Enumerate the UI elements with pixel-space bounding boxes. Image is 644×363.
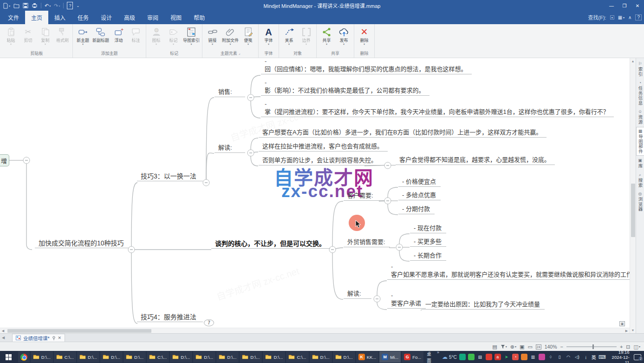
mindmanager-app-button[interactable]: MMi...: [379, 351, 401, 363]
help-icon[interactable]: ?: [67, 2, 73, 9]
zoom-slider[interactable]: [566, 346, 617, 347]
topic-ying[interactable]: -影（影响）：不过我们价格确实是最低了，公司都有要求的。: [261, 79, 429, 96]
weather-widget[interactable]: ☁5°C: [442, 354, 457, 360]
pointer-tray-icon[interactable]: ➤: [503, 354, 510, 360]
topic-installment[interactable]: - 分期付款: [398, 205, 435, 214]
flame-tray-icon[interactable]: [521, 354, 527, 360]
restore-button[interactable]: ❐: [618, 0, 631, 11]
topic-sales-need[interactable]: 外贸销售需要:: [344, 238, 390, 247]
zoom-value[interactable]: 140%: [545, 344, 557, 350]
ribbon-tab-审阅[interactable]: 审阅: [141, 11, 164, 24]
topic-discount[interactable]: - 多给点优惠: [398, 191, 441, 200]
folder-window-button-4[interactable]: D:\...: [100, 351, 123, 363]
canvas-fit-button[interactable]: ▣: [619, 321, 625, 326]
pane-tab-索引[interactable]: ⚐索引: [636, 60, 644, 78]
new-document-icon[interactable]: ▾: [3, 2, 10, 9]
map-canvas[interactable]: 自学成才网 zx-cc.net 自学成才网 zx-cc.net 自学成才网 zx…: [0, 58, 630, 328]
topic-tech3[interactable]: 技巧3：以一换一法: [137, 172, 203, 181]
topic-customer-need[interactable]: 客户需要:: [344, 191, 384, 201]
map-properties-icon[interactable]: ▤: [492, 344, 497, 350]
fit-topic-icon[interactable]: ▣: [520, 344, 524, 350]
fit-map-icon[interactable]: ⊡: [626, 344, 630, 350]
save-icon[interactable]: [23, 2, 28, 9]
topic-sales[interactable]: 销售:: [215, 88, 245, 97]
pane-tab-浏览器[interactable]: ◎浏览器: [636, 190, 644, 213]
topic-give-reason[interactable]: 一定要给出原因：比如我为了今天冲业绩量: [422, 300, 545, 310]
scroll-down-icon[interactable]: ▼: [630, 327, 636, 333]
network-tray-icon[interactable]: ◠: [565, 354, 572, 360]
volume-tray-icon[interactable]: ◁): [574, 354, 580, 360]
vertical-scroll-thumb[interactable]: [631, 184, 635, 237]
zoom-slider-thumb[interactable]: [592, 344, 594, 349]
filter-icon[interactable]: ▾: [501, 344, 507, 350]
pie-tray-icon[interactable]: ◔: [512, 354, 519, 360]
media-tray-icon[interactable]: [539, 354, 545, 360]
folder-window-button-10[interactable]: D:\...: [240, 351, 262, 363]
fit-page-icon[interactable]: ▭: [527, 344, 532, 350]
horizontal-scroll-thumb[interactable]: [7, 329, 151, 333]
topic-jiedu-2[interactable]: 解读:: [344, 290, 371, 299]
action-center-icon[interactable]: 2: [634, 354, 641, 360]
overflow-chevron-icon[interactable]: »: [437, 350, 439, 354]
topic-main[interactable]: 加快成交简化流程的10种技巧: [35, 239, 129, 248]
link-button[interactable]: 链接▾: [204, 25, 221, 49]
folder-window-button-6[interactable]: C:\...: [147, 351, 169, 363]
customize-quick-access-icon[interactable]: ⌄: [76, 2, 79, 9]
map-index-panel-icon[interactable]: ▦▾: [618, 15, 624, 20]
clock[interactable]: 19:162024-12-11: [608, 350, 630, 363]
print-icon[interactable]: [32, 2, 38, 9]
close-button[interactable]: ✕: [631, 0, 644, 11]
ribbon-tab-设计[interactable]: 设计: [95, 11, 118, 24]
folder-window-button-13[interactable]: D:\...: [310, 351, 332, 363]
scroll-up-icon[interactable]: ▲: [630, 58, 636, 64]
notes-button[interactable]: 便笺▾: [240, 25, 257, 49]
share-button[interactable]: 共享▾: [318, 25, 335, 49]
wechat-tray-icon[interactable]: [468, 354, 475, 360]
ribbon-tab-高级[interactable]: 高级: [118, 11, 141, 24]
folder-window-button-2[interactable]: C:\...: [54, 351, 76, 363]
microphone-tray-icon[interactable]: ¡: [583, 354, 589, 360]
topic-hui[interactable]: -回（回应情绪）：嗯嗯，我能理解你们想买的优惠点的想法，是我也这样想。: [261, 58, 472, 74]
kk-app-button[interactable]: KKK...: [356, 351, 379, 363]
open-icon[interactable]: [13, 2, 20, 9]
folder-window-button-5[interactable]: D:\...: [124, 351, 146, 363]
topic-juede[interactable]: 客户会觉得都不知道是底，越要求，心里越发慌，没底。: [396, 156, 555, 165]
chrome-app-button[interactable]: [18, 351, 30, 363]
pane-tab-任务信息[interactable]: ◔任务信息: [636, 79, 644, 107]
pane-tab-库[interactable]: ▣库: [636, 157, 644, 170]
pane-tab-搜索[interactable]: ⌕搜索: [636, 171, 644, 189]
clipboard-tray-icon[interactable]: ▤: [477, 354, 483, 360]
ribbon-tab-视图[interactable]: 视图: [164, 11, 188, 24]
topic-core[interactable]: 谈判的核心，不让步，但是可以交换。: [211, 239, 330, 249]
topic-zhang[interactable]: -掌（提问推进流程）：要不这样，你今天下单付款，我今天冲业绩量，向老板申请额外赠…: [261, 100, 614, 117]
collapse-ribbon-icon[interactable]: ∧: [628, 15, 631, 20]
select-icon[interactable]: ⊕▾: [510, 344, 516, 350]
pane-tab-导图部件[interactable]: ▦导图部件: [636, 127, 644, 156]
new-subtopic-button[interactable]: 新副标题: [91, 25, 110, 49]
ribbon-tab-主页[interactable]: 主页: [25, 11, 48, 24]
folder-window-button-1[interactable]: D:\...: [31, 351, 53, 363]
topic-tech4[interactable]: 技巧4：服务推进法: [137, 313, 203, 322]
floating-topic-button[interactable]: 浮动: [110, 25, 127, 49]
undo-icon[interactable]: ↶▾: [45, 2, 51, 9]
tab-scroll-left-icon[interactable]: ◀: [0, 334, 12, 342]
topic-pay-now[interactable]: - 现在付款: [410, 224, 446, 233]
pin-icon[interactable]: [52, 336, 56, 340]
dialog-launcher-icon[interactable]: ⌟: [239, 51, 241, 55]
topic-price[interactable]: - 价格便宜点: [398, 178, 441, 187]
ime-indicator[interactable]: 英: [592, 354, 596, 361]
touch-keyboard-icon[interactable]: ⌨: [598, 354, 606, 360]
redo-icon[interactable]: ↷▾: [54, 2, 60, 9]
topic-buy-more[interactable]: - 买更多些: [410, 238, 446, 247]
aliwangwang-tray-icon[interactable]: a: [494, 354, 501, 360]
stats-tray-icon[interactable]: ▥: [530, 354, 536, 360]
schedule-icon[interactable]: 24: [536, 344, 541, 350]
topic-lache[interactable]: 这样在拉扯中推进流程，客户也会有成就感。: [259, 142, 388, 152]
find-dropdown[interactable]: ▾: [610, 15, 614, 20]
attach-file-button[interactable]: 附加文件▾: [221, 25, 240, 49]
minimize-button[interactable]: —: [605, 0, 618, 11]
map-index-button[interactable]: 导图索引▾: [182, 25, 201, 49]
close-tab-icon[interactable]: ✕: [58, 336, 62, 340]
zoom-out-icon[interactable]: −: [560, 344, 563, 350]
presentation-icon[interactable]: ◫▾: [634, 344, 640, 350]
